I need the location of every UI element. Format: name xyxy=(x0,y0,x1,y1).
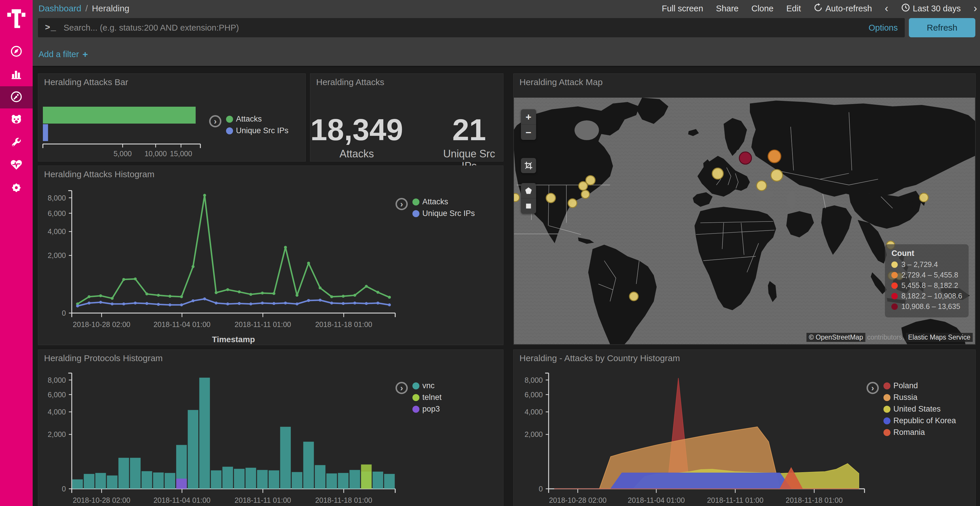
sidebar-item-honeypot[interactable] xyxy=(0,109,33,131)
svg-text:4,000: 4,000 xyxy=(524,408,543,416)
edit-button[interactable]: Edit xyxy=(786,4,801,13)
panel-attack-map: Heralding Attack Map xyxy=(513,73,975,345)
sidebar-item-dev-tools[interactable] xyxy=(0,132,33,154)
panel-country-histogram: Heralding - Attacks by Country Histogram… xyxy=(513,349,975,506)
svg-text:0: 0 xyxy=(62,309,66,317)
sidebar-item-discover[interactable] xyxy=(0,41,33,63)
draw-rectangle-icon[interactable] xyxy=(521,198,536,214)
breadcrumb-separator: / xyxy=(86,3,88,13)
zoom-out-button[interactable]: − xyxy=(521,125,536,140)
auto-refresh-button[interactable]: Auto-refresh xyxy=(814,3,872,14)
search-row: >_ Options Refresh xyxy=(38,18,975,37)
svg-text:6,000: 6,000 xyxy=(48,390,66,399)
top-header: Dashboard / Heralding Full screen Share … xyxy=(33,0,980,67)
map-legend-dot-icon xyxy=(891,262,898,268)
search-box: >_ Options xyxy=(38,18,905,37)
panel-title: Heralding Attack Map xyxy=(519,77,603,87)
legend-expand-chevron-icon[interactable]: › xyxy=(867,382,879,394)
legend-color-dot-icon xyxy=(412,198,419,206)
map-legend-dot-icon xyxy=(891,293,898,299)
wrench-icon xyxy=(10,136,22,149)
clock-icon xyxy=(901,3,910,14)
chart-legend: ›AttacksUnique Src IPs xyxy=(209,114,288,135)
world-map[interactable]: + − Count xyxy=(514,98,975,344)
attacks-label: Attacks xyxy=(310,148,403,160)
legend-item[interactable]: Unique Src IPs xyxy=(226,126,288,135)
svg-text:2018-11-11 01:00: 2018-11-11 01:00 xyxy=(707,496,764,504)
breadcrumb-dashboard-link[interactable]: Dashboard xyxy=(38,3,81,13)
protocols-histogram-chart[interactable]: 02,0004,0006,0008,0002018-10-28 02:00201… xyxy=(38,350,503,506)
svg-text:6,000: 6,000 xyxy=(48,209,66,217)
legend-item[interactable]: Romania xyxy=(883,428,956,437)
sidebar-item-dashboard[interactable] xyxy=(0,86,33,108)
panel-protocols-histogram: Heralding Protocols Histogram 02,0004,00… xyxy=(38,349,503,506)
legend-item[interactable]: Russia xyxy=(883,393,956,402)
share-button[interactable]: Share xyxy=(716,4,738,13)
legend-color-dot-icon xyxy=(412,382,419,389)
breadcrumb-page-title: Heralding xyxy=(92,3,129,13)
panel-title: Heralding Attacks Histogram xyxy=(44,169,154,179)
legend-item[interactable]: Unique Src IPs xyxy=(412,209,475,218)
legend-item[interactable]: United States xyxy=(883,404,956,414)
filter-bar: Add a filter + xyxy=(38,49,88,60)
svg-text:10,000: 10,000 xyxy=(145,149,167,158)
sidebar-item-management[interactable] xyxy=(0,177,33,199)
refresh-button[interactable]: Refresh xyxy=(909,18,975,37)
add-filter-link[interactable]: Add a filter xyxy=(38,49,79,59)
legend-item[interactable]: telnet xyxy=(412,393,442,402)
full-screen-button[interactable]: Full screen xyxy=(662,4,703,13)
legend-color-dot-icon xyxy=(883,406,891,413)
legend-expand-chevron-icon[interactable]: › xyxy=(396,382,408,394)
legend-item[interactable]: Republic of Korea xyxy=(883,416,956,425)
clone-button[interactable]: Clone xyxy=(751,4,773,13)
legend-item[interactable]: Poland xyxy=(883,381,956,390)
svg-text:2018-10-28 02:00: 2018-10-28 02:00 xyxy=(73,320,130,328)
legend-item[interactable]: Attacks xyxy=(412,197,475,206)
search-input[interactable] xyxy=(63,23,863,33)
svg-text:Timestamp: Timestamp xyxy=(212,335,255,344)
map-legend-dot-icon xyxy=(891,303,898,310)
ems-attribution-link[interactable]: Elastic Maps Service xyxy=(906,333,973,342)
legend-expand-chevron-icon[interactable]: › xyxy=(396,198,408,210)
zoom-in-button[interactable]: + xyxy=(521,109,536,125)
svg-text:4,000: 4,000 xyxy=(48,408,66,416)
time-back-chevron-icon[interactable]: ‹ xyxy=(885,3,888,14)
map-attribution: © OpenStreetMap contributors, Elastic Ma… xyxy=(807,333,973,342)
compass-icon xyxy=(10,45,22,59)
svg-text:2018-11-11 01:00: 2018-11-11 01:00 xyxy=(234,496,291,504)
legend-expand-chevron-icon[interactable]: › xyxy=(209,115,221,127)
sidebar-item-monitoring[interactable] xyxy=(0,154,33,177)
gauge-icon xyxy=(10,90,22,104)
map-legend-row: 5,455.8 – 8,182.2 xyxy=(891,281,962,290)
map-legend-row: 8,182.2 – 10,908.6 xyxy=(891,292,962,300)
legend-item[interactable]: Attacks xyxy=(226,114,288,124)
svg-text:2,000: 2,000 xyxy=(48,430,66,438)
draw-polygon-icon[interactable] xyxy=(521,183,536,198)
legend-item[interactable]: pop3 xyxy=(412,404,442,414)
svg-text:15,000: 15,000 xyxy=(170,149,192,158)
fit-bounds-crop-icon[interactable] xyxy=(521,158,536,173)
panel-title: Heralding Protocols Histogram xyxy=(44,353,163,363)
svg-text:2018-11-18 01:00: 2018-11-18 01:00 xyxy=(315,320,372,328)
attacks-histogram-chart[interactable]: 02,0004,0006,0008,0002018-10-28 02:00201… xyxy=(38,166,503,346)
panel-title: Heralding Attacks Bar xyxy=(44,77,128,87)
osm-attribution-link[interactable]: © OpenStreetMap xyxy=(807,333,865,342)
attacks-count: 18,349 xyxy=(310,114,403,145)
options-link[interactable]: Options xyxy=(869,23,898,33)
chart-legend: ›AttacksUnique Src IPs xyxy=(396,197,475,218)
legend-color-dot-icon xyxy=(883,429,891,436)
search-prompt-icon: >_ xyxy=(45,23,57,33)
bar-chart-icon xyxy=(10,68,22,81)
breadcrumb-row: Dashboard / Heralding Full screen Share … xyxy=(33,0,980,17)
map-legend-row: 3 – 2,729.4 xyxy=(891,260,962,269)
time-range-picker[interactable]: Last 30 days xyxy=(901,3,961,14)
plus-icon[interactable]: + xyxy=(83,49,88,60)
svg-text:8,000: 8,000 xyxy=(48,194,66,202)
header-divider xyxy=(33,66,980,67)
svg-text:6,000: 6,000 xyxy=(524,390,543,399)
sidebar-item-visualize[interactable] xyxy=(0,63,33,86)
legend-item[interactable]: vnc xyxy=(412,381,442,390)
time-forward-chevron-icon[interactable]: › xyxy=(974,3,977,14)
panel-attacks-metric: Heralding Attacks 18,349 Attacks 21 Uniq… xyxy=(310,73,503,162)
t-mobile-logo[interactable] xyxy=(0,5,33,33)
